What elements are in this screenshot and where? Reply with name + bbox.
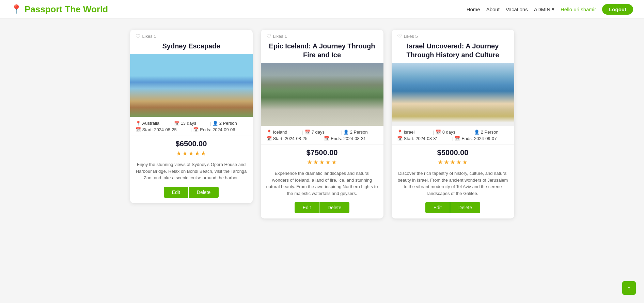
divider3: | xyxy=(452,136,453,141)
start-calendar-icon: 📅 xyxy=(266,136,272,141)
end-calendar-icon: 📅 xyxy=(324,136,329,141)
logout-button[interactable]: Logout xyxy=(602,4,633,15)
location-text: Australia xyxy=(142,121,160,126)
card-actions: Edit Delete xyxy=(392,199,514,218)
divider1: | xyxy=(302,130,303,135)
likes-count: Likes 5 xyxy=(404,34,418,39)
card-image-sydney xyxy=(130,54,253,117)
persons-item: 👤 2 Person xyxy=(343,130,378,135)
meta-row-dates: 📅 Start: 2024-08-25 | 📅 Ends: 2024-08-31 xyxy=(266,136,378,141)
divider2: | xyxy=(210,121,211,126)
card-title: Sydney Escapade xyxy=(136,42,247,50)
persons-item: 👤 2 Person xyxy=(474,130,509,135)
meta-row-info: 📍 Australia | 📅 13 days | 👤 2 Person xyxy=(136,121,247,126)
card-top: ♡ Likes 1 Epic Iceland: A Journey Throug… xyxy=(261,30,383,63)
start-calendar-icon: 📅 xyxy=(136,127,141,132)
delete-button[interactable]: Delete xyxy=(319,202,349,213)
location-text: Iceland xyxy=(273,130,287,135)
price-value: $5000.00 xyxy=(397,148,509,157)
start-date-item: 📅 Start: 2024-08-31 xyxy=(397,136,451,141)
brand-logo[interactable]: 📍 Passport The World xyxy=(11,4,108,15)
admin-dropdown[interactable]: ADMIN ▾ xyxy=(534,6,554,12)
duration-text: 7 days xyxy=(312,130,325,135)
duration-text: 13 days xyxy=(181,121,197,126)
end-date-text: Ends: 2024-09-06 xyxy=(200,127,235,132)
duration-item: 📅 7 days xyxy=(305,130,340,135)
divider3: | xyxy=(321,136,323,141)
main-content: ♡ Likes 1 Sydney Escapade 📍 Australia | … xyxy=(0,19,644,229)
vacation-card-israel: ♡ Likes 5 Israel Uncovered: A Journey Th… xyxy=(392,30,514,218)
persons-item: 👤 2 Person xyxy=(213,121,247,126)
start-date-text: Start: 2024-08-31 xyxy=(404,136,438,141)
end-calendar-icon: 📅 xyxy=(455,136,460,141)
card-actions: Edit Delete xyxy=(130,184,253,203)
persons-text: 2 Person xyxy=(481,130,499,135)
duration-item: 📅 8 days xyxy=(436,130,470,135)
scroll-top-button[interactable]: ↑ xyxy=(622,281,636,295)
duration-text: 8 days xyxy=(442,130,455,135)
pin-icon: 📍 xyxy=(11,4,22,15)
end-calendar-icon: 📅 xyxy=(193,127,199,132)
start-date-item: 📅 Start: 2024-08-25 xyxy=(266,136,320,141)
divider1: | xyxy=(433,130,434,135)
chevron-down-icon: ▾ xyxy=(552,6,554,12)
delete-button[interactable]: Delete xyxy=(450,202,480,213)
divider3: | xyxy=(191,127,192,132)
likes-count: Likes 1 xyxy=(273,34,287,39)
location-item: 📍 Iceland xyxy=(266,130,301,135)
meta-row-info: 📍 Israel | 📅 8 days | 👤 2 Person xyxy=(397,130,509,135)
card-price-section: $6500.00 ★★★★★ xyxy=(130,136,253,161)
location-icon: 📍 xyxy=(397,130,403,135)
location-item: 📍 Israel xyxy=(397,130,432,135)
divider1: | xyxy=(171,121,172,126)
likes-row: ♡ Likes 1 xyxy=(266,33,378,40)
start-calendar-icon: 📅 xyxy=(397,136,403,141)
admin-label: ADMIN xyxy=(534,6,550,12)
hello-user-text: Hello uri shamir xyxy=(561,6,596,12)
edit-button[interactable]: Edit xyxy=(164,187,188,198)
heart-icon: ♡ xyxy=(136,33,140,40)
card-desc-wrapper: Enjoy the stunning views of Sydney's Ope… xyxy=(130,161,253,181)
navbar-right: Home About Vacations ADMIN ▾ Hello uri s… xyxy=(467,4,633,15)
edit-button[interactable]: Edit xyxy=(425,202,450,213)
card-description: Discover the rich tapestry of history, c… xyxy=(397,170,509,197)
edit-button[interactable]: Edit xyxy=(295,202,319,213)
persons-text: 2 Person xyxy=(350,130,368,135)
likes-row: ♡ Likes 1 xyxy=(136,33,247,40)
calendar-icon: 📅 xyxy=(174,121,179,126)
heart-icon: ♡ xyxy=(397,33,402,40)
divider2: | xyxy=(471,130,472,135)
location-icon: 📍 xyxy=(266,130,272,135)
end-date-text: Ends: 2024-09-07 xyxy=(461,136,497,141)
brand-name: Passport The World xyxy=(25,4,108,15)
card-description: Experience the dramatic landscapes and n… xyxy=(266,170,378,197)
meta-row-info: 📍 Iceland | 📅 7 days | 👤 2 Person xyxy=(266,130,378,135)
card-image-israel xyxy=(392,63,514,126)
card-meta: 📍 Israel | 📅 8 days | 👤 2 Person 📅 Start… xyxy=(392,126,514,145)
duration-item: 📅 13 days xyxy=(174,121,209,126)
stars-rating: ★★★★★ xyxy=(266,158,378,166)
persons-text: 2 Person xyxy=(219,121,237,126)
meta-row-dates: 📅 Start: 2024-08-25 | 📅 Ends: 2024-09-06 xyxy=(136,127,247,132)
card-desc-wrapper: Experience the dramatic landscapes and n… xyxy=(261,170,383,197)
card-price-section: $5000.00 ★★★★★ xyxy=(392,145,514,170)
person-icon: 👤 xyxy=(213,121,218,126)
card-price-section: $7500.00 ★★★★★ xyxy=(261,145,383,170)
nav-vacations[interactable]: Vacations xyxy=(506,6,528,12)
nav-about[interactable]: About xyxy=(486,6,500,12)
end-date-item: 📅 Ends: 2024-09-06 xyxy=(193,127,247,132)
arrow-up-icon: ↑ xyxy=(627,284,631,292)
calendar-icon: 📅 xyxy=(436,130,441,135)
end-date-text: Ends: 2024-08-31 xyxy=(331,136,366,141)
card-meta: 📍 Australia | 📅 13 days | 👤 2 Person 📅 S… xyxy=(130,117,253,136)
card-title: Israel Uncovered: A Journey Through Hist… xyxy=(397,42,509,59)
nav-home[interactable]: Home xyxy=(467,6,480,12)
card-top: ♡ Likes 5 Israel Uncovered: A Journey Th… xyxy=(392,30,514,63)
navbar: 📍 Passport The World Home About Vacation… xyxy=(0,0,644,19)
calendar-icon: 📅 xyxy=(305,130,310,135)
end-date-item: 📅 Ends: 2024-09-07 xyxy=(455,136,508,141)
delete-button[interactable]: Delete xyxy=(188,187,219,198)
likes-row: ♡ Likes 5 xyxy=(397,33,509,40)
likes-count: Likes 1 xyxy=(142,34,156,39)
end-date-item: 📅 Ends: 2024-08-31 xyxy=(324,136,378,141)
